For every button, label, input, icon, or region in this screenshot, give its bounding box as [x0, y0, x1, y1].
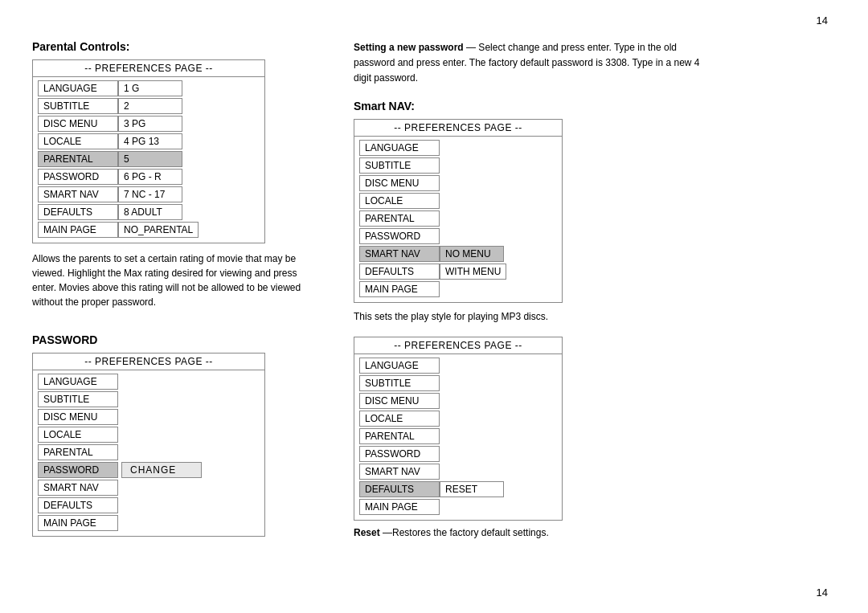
sn1-defaults-label: DEFAULTS [359, 264, 440, 280]
table-row: LANGUAGE [38, 374, 260, 390]
table-row: SUBTITLE [38, 391, 260, 407]
table-row: PASSWORD [359, 446, 557, 462]
password-info-text: Setting a new password — Select change a… [354, 40, 707, 87]
sn1-nomenu-value: NO MENU [440, 246, 504, 262]
row-mainpage-label: MAIN PAGE [38, 222, 118, 238]
sn2-mainpage: MAIN PAGE [359, 499, 440, 515]
pw-subtitle-label: SUBTITLE [38, 391, 118, 407]
row-locale-label: LOCALE [38, 133, 118, 149]
table-row: PARENTAL [38, 444, 260, 460]
row-parental-value: 5 [118, 151, 182, 167]
sn2-defaults-label: DEFAULTS [359, 481, 440, 497]
parental-controls-table: -- PREFERENCES PAGE -- LANGUAGE 1 G SUBT… [32, 59, 265, 243]
row-defaults-label: DEFAULTS [38, 204, 118, 220]
password-info-header: Setting a new password [354, 42, 464, 53]
page-number-top: 14 [817, 14, 828, 27]
smart-nav-table1: -- PREFERENCES PAGE -- LANGUAGE SUBTITLE… [354, 119, 563, 303]
table-row: LANGUAGE 1 G [38, 80, 260, 96]
table-row: PASSWORD 6 PG - R [38, 169, 260, 185]
sn2-locale: LOCALE [359, 411, 440, 427]
row-language-label: LANGUAGE [38, 80, 118, 96]
table-row: PARENTAL [359, 428, 557, 444]
sn2-reset-value: RESET [440, 481, 504, 497]
pw-change-button[interactable]: CHANGE [121, 462, 202, 478]
pw-defaults-label: DEFAULTS [38, 497, 118, 513]
table-row: MAIN PAGE NO_PARENTAL [38, 222, 260, 238]
table-row: DEFAULTS RESET [359, 481, 557, 497]
table-row: PASSWORD [359, 228, 557, 244]
row-discmenu-label: DISC MENU [38, 116, 118, 132]
table-row: SMART NAV NO MENU [359, 246, 557, 262]
row-locale-value: 4 PG 13 [118, 133, 182, 149]
table-row: SMART NAV [38, 480, 260, 496]
row-smartnav-label: SMART NAV [38, 186, 118, 202]
reset-label: Reset [354, 527, 380, 538]
parental-description: Allows the parents to set a certain rati… [32, 251, 305, 309]
parental-pref-header: -- PREFERENCES PAGE -- [33, 60, 264, 77]
row-language-value: 1 G [118, 80, 182, 96]
password-table: -- PREFERENCES PAGE -- LANGUAGE SUBTITLE… [32, 353, 265, 537]
pw-smartnav-label: SMART NAV [38, 480, 118, 496]
table-row: SUBTITLE [359, 157, 557, 174]
row-mainpage-value: NO_PARENTAL [118, 222, 199, 238]
table-row: DEFAULTS [38, 497, 260, 513]
table-row: DISC MENU [359, 393, 557, 409]
pw-discmenu-label: DISC MENU [38, 409, 118, 425]
row-parental-label: PARENTAL [38, 151, 118, 167]
smart-nav2-body: LANGUAGE SUBTITLE DISC MENU LOCALE PAREN… [354, 354, 562, 520]
smart-nav-section: Smart NAV: -- PREFERENCES PAGE -- LANGUA… [354, 100, 836, 538]
sn1-withmenu-value: WITH MENU [440, 264, 506, 280]
smart-nav-title: Smart NAV: [354, 100, 836, 112]
page-number-bottom: 14 [817, 586, 828, 599]
parental-controls-title: Parental Controls: [32, 40, 321, 53]
sn1-subtitle: SUBTITLE [359, 157, 440, 174]
sn1-smartnav-label: SMART NAV [359, 246, 440, 262]
table-row: PARENTAL [359, 210, 557, 227]
sn1-parental: PARENTAL [359, 210, 440, 227]
sn1-language: LANGUAGE [359, 140, 440, 156]
row-password-label: PASSWORD [38, 169, 118, 185]
right-column: Setting a new password — Select change a… [354, 40, 836, 554]
table-row: SMART NAV [359, 464, 557, 480]
pw-parental-label: PARENTAL [38, 444, 118, 460]
smart-nav1-pref-header: -- PREFERENCES PAGE -- [354, 120, 562, 137]
sn2-subtitle: SUBTITLE [359, 375, 440, 391]
sn2-parental: PARENTAL [359, 428, 440, 444]
pw-language-label: LANGUAGE [38, 374, 118, 390]
table-row: LOCALE [38, 427, 260, 443]
password-section-title: PASSWORD [32, 333, 321, 346]
smart-nav2-pref-header: -- PREFERENCES PAGE -- [354, 337, 562, 354]
table-row: LOCALE 4 PG 13 [38, 133, 260, 149]
row-smartnav-value: 7 NC - 17 [118, 186, 182, 202]
table-row: DISC MENU [359, 175, 557, 191]
table-row: SMART NAV 7 NC - 17 [38, 186, 260, 202]
table-row: MAIN PAGE [359, 281, 557, 297]
sn2-smartnav: SMART NAV [359, 464, 440, 480]
sn1-mainpage: MAIN PAGE [359, 281, 440, 297]
sn1-locale: LOCALE [359, 193, 440, 209]
sn1-password: PASSWORD [359, 228, 440, 244]
row-discmenu-value: 3 PG [118, 116, 182, 132]
row-defaults-value: 8 ADULT [118, 204, 182, 220]
parental-controls-section: Parental Controls: -- PREFERENCES PAGE -… [32, 40, 321, 309]
pw-mainpage-label: MAIN PAGE [38, 515, 118, 531]
table-row: LANGUAGE [359, 358, 557, 374]
password-pref-header: -- PREFERENCES PAGE -- [33, 353, 264, 370]
table-row: DISC MENU 3 PG [38, 116, 260, 132]
password-table-body: LANGUAGE SUBTITLE DISC MENU LOCALE PAREN… [33, 370, 264, 536]
smart-nav-table2: -- PREFERENCES PAGE -- LANGUAGE SUBTITLE… [354, 337, 563, 521]
table-row: LOCALE [359, 193, 557, 209]
sn2-password: PASSWORD [359, 446, 440, 462]
table-row: SUBTITLE [359, 375, 557, 391]
parental-table-body: LANGUAGE 1 G SUBTITLE 2 DISC MENU 3 PG [33, 77, 264, 243]
table-row: LOCALE [359, 411, 557, 427]
reset-description-text: Reset —Restores the factory default sett… [354, 527, 836, 538]
smart-nav-description: This sets the play style for playing MP3… [354, 309, 627, 324]
pw-locale-label: LOCALE [38, 427, 118, 443]
sn2-language: LANGUAGE [359, 358, 440, 374]
smart-nav1-body: LANGUAGE SUBTITLE DISC MENU LOCALE PAREN… [354, 137, 562, 302]
table-row: MAIN PAGE [38, 515, 260, 531]
password-section: PASSWORD -- PREFERENCES PAGE -- LANGUAGE… [32, 333, 321, 537]
table-row: DISC MENU [38, 409, 260, 425]
row-subtitle-label: SUBTITLE [38, 98, 118, 114]
